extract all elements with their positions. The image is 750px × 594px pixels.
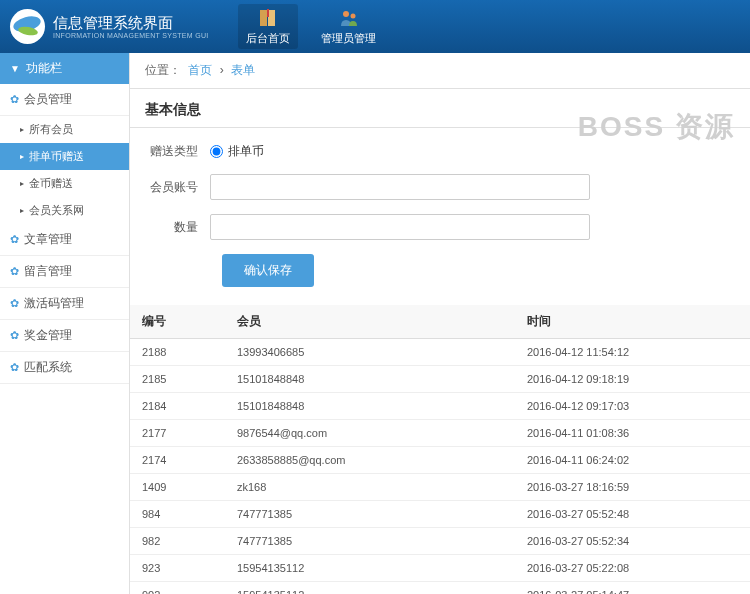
logo-icon (10, 9, 45, 44)
account-label: 会员账号 (145, 179, 210, 196)
submit-button[interactable]: 确认保存 (222, 254, 314, 287)
triangle-icon: ▸ (20, 179, 24, 188)
table-cell: 902 (130, 582, 225, 595)
svg-rect-2 (267, 9, 269, 17)
logo: 信息管理系统界面 INFORMATION MANAGEMENT SYSTEM G… (10, 9, 208, 44)
table-cell: 2633858885@qq.com (225, 447, 515, 474)
app-subtitle: INFORMATION MANAGEMENT SYSTEM GUI (53, 32, 208, 39)
gear-icon: ✿ (10, 329, 19, 342)
table-row: 923159541351122016-03-27 05:22:08 (130, 555, 750, 582)
table-row: 2185151018488482016-04-12 09:18:19 (130, 366, 750, 393)
qty-label: 数量 (145, 219, 210, 236)
breadcrumb: 位置： 首页 › 表单 (130, 53, 750, 89)
account-input[interactable] (210, 174, 590, 200)
nav-label: 后台首页 (246, 31, 290, 46)
menu-bonus[interactable]: ✿ 奖金管理 (0, 320, 129, 352)
table-cell: 15101848848 (225, 366, 515, 393)
table-cell: 2174 (130, 447, 225, 474)
type-radio[interactable]: 排单币 (210, 143, 264, 160)
svg-rect-1 (268, 10, 275, 26)
menu-member[interactable]: ✿ 会员管理 (0, 84, 129, 116)
type-label: 赠送类型 (145, 143, 210, 160)
sidebar-title: ▼ 功能栏 (0, 53, 129, 84)
svg-rect-0 (260, 10, 267, 26)
nav-label: 管理员管理 (321, 31, 376, 46)
gear-icon: ✿ (10, 93, 19, 106)
table-cell: 1409 (130, 474, 225, 501)
type-radio-input[interactable] (210, 145, 223, 158)
table-cell: 2177 (130, 420, 225, 447)
table-cell: 15954135112 (225, 582, 515, 595)
submenu: ▸ 所有会员 ▸ 排单币赠送 ▸ 金币赠送 ▸ 会员关系网 (0, 116, 129, 224)
table-cell: 2016-04-12 09:18:19 (515, 366, 750, 393)
table-cell: zk168 (225, 474, 515, 501)
table-row: 9847477713852016-03-27 05:52:48 (130, 501, 750, 528)
app-title: 信息管理系统界面 (53, 14, 208, 32)
table-row: 1409zk1682016-03-27 18:16:59 (130, 474, 750, 501)
table-row: 2184151018488482016-04-12 09:17:03 (130, 393, 750, 420)
table-cell: 2016-04-11 01:08:36 (515, 420, 750, 447)
table-cell: 2016-03-27 05:14:47 (515, 582, 750, 595)
form: 赠送类型 排单币 会员账号 数量 确认保存 (130, 128, 750, 297)
arrow-down-icon: ▼ (10, 63, 20, 74)
th-id: 编号 (130, 305, 225, 339)
table-cell: 2188 (130, 339, 225, 366)
sidebar: ▼ 功能栏 ✿ 会员管理 ▸ 所有会员 ▸ 排单币赠送 ▸ 金币赠送 ▸ 会员关… (0, 53, 130, 594)
top-nav: 后台首页 管理员管理 (238, 4, 384, 49)
table-cell: 2016-04-11 06:24:02 (515, 447, 750, 474)
table-cell: 2016-03-27 05:22:08 (515, 555, 750, 582)
triangle-icon: ▸ (20, 125, 24, 134)
breadcrumb-current[interactable]: 表单 (231, 63, 255, 77)
table-row: 21779876544@qq.com2016-04-11 01:08:36 (130, 420, 750, 447)
table-cell: 2016-04-12 09:17:03 (515, 393, 750, 420)
table-row: 9827477713852016-03-27 05:52:34 (130, 528, 750, 555)
table-row: 902159541351122016-03-27 05:14:47 (130, 582, 750, 595)
menu-article[interactable]: ✿ 文章管理 (0, 224, 129, 256)
section-title: 基本信息 (130, 89, 750, 128)
menu-message[interactable]: ✿ 留言管理 (0, 256, 129, 288)
book-icon (256, 7, 280, 29)
table-cell: 2016-03-27 18:16:59 (515, 474, 750, 501)
table-cell: 984 (130, 501, 225, 528)
table-cell: 2016-03-27 05:52:34 (515, 528, 750, 555)
table-cell: 2016-03-27 05:52:48 (515, 501, 750, 528)
data-table: 编号 会员 时间 2188139934066852016-04-12 11:54… (130, 305, 750, 594)
nav-admin[interactable]: 管理员管理 (313, 4, 384, 49)
triangle-icon: ▸ (20, 206, 24, 215)
table-cell: 9876544@qq.com (225, 420, 515, 447)
table-cell: 2185 (130, 366, 225, 393)
svg-point-3 (343, 11, 349, 17)
table-cell: 923 (130, 555, 225, 582)
header: 信息管理系统界面 INFORMATION MANAGEMENT SYSTEM G… (0, 0, 750, 53)
table-row: 2188139934066852016-04-12 11:54:12 (130, 339, 750, 366)
submenu-paidan-gift[interactable]: ▸ 排单币赠送 (0, 143, 129, 170)
breadcrumb-home[interactable]: 首页 (188, 63, 212, 77)
table-cell: 15954135112 (225, 555, 515, 582)
menu-match[interactable]: ✿ 匹配系统 (0, 352, 129, 384)
table-cell: 15101848848 (225, 393, 515, 420)
submenu-all-members[interactable]: ▸ 所有会员 (0, 116, 129, 143)
submenu-member-network[interactable]: ▸ 会员关系网 (0, 197, 129, 224)
th-member: 会员 (225, 305, 515, 339)
admin-icon (337, 7, 361, 29)
table-cell: 2184 (130, 393, 225, 420)
gear-icon: ✿ (10, 361, 19, 374)
qty-input[interactable] (210, 214, 590, 240)
nav-home[interactable]: 后台首页 (238, 4, 298, 49)
gear-icon: ✿ (10, 265, 19, 278)
gear-icon: ✿ (10, 233, 19, 246)
table-cell: 747771385 (225, 528, 515, 555)
table-cell: 982 (130, 528, 225, 555)
gear-icon: ✿ (10, 297, 19, 310)
submenu-gold-gift[interactable]: ▸ 金币赠送 (0, 170, 129, 197)
content: 位置： 首页 › 表单 基本信息 赠送类型 排单币 会员账号 数量 确认保存 (130, 53, 750, 594)
th-time: 时间 (515, 305, 750, 339)
triangle-icon: ▸ (20, 152, 24, 161)
table-cell: 747771385 (225, 501, 515, 528)
table-row: 21742633858885@qq.com2016-04-11 06:24:02 (130, 447, 750, 474)
table-cell: 2016-04-12 11:54:12 (515, 339, 750, 366)
svg-point-4 (350, 14, 355, 19)
menu-activation[interactable]: ✿ 激活码管理 (0, 288, 129, 320)
table-cell: 13993406685 (225, 339, 515, 366)
